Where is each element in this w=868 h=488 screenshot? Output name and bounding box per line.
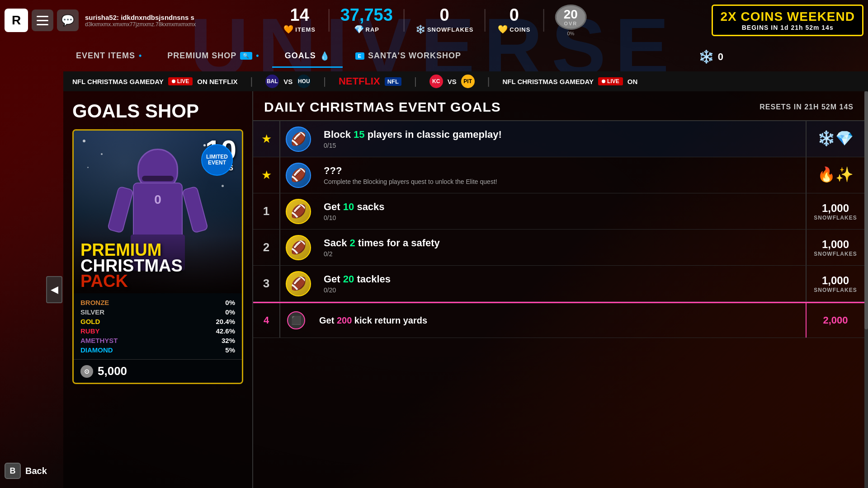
reward-snowflake-icon-1: ❄️💎 (817, 130, 854, 147)
ravens-logo: BAL (265, 75, 279, 88)
nav-tabs: EVENT ITEMS • PREMIUM SHOP 🔍 • GOALS 💧 E… (63, 45, 723, 68)
rarity-bronze-name: BRONZE (80, 299, 109, 306)
pack-price-value: 5,000 (98, 364, 127, 378)
snowflakes-label: SNOWFLAKES (427, 26, 473, 33)
reward-fire-icon: 🔥✨ (817, 166, 854, 183)
stat-divider-3 (484, 9, 485, 32)
roblox-logo[interactable]: R (5, 9, 28, 32)
goal-reward-2: 🔥✨ (806, 157, 864, 193)
rarity-bronze-pct: 0% (225, 299, 235, 306)
nfl-logo: NFL (385, 77, 401, 86)
arrow-left-icon: ◀ (51, 284, 58, 296)
ticker-divider-3: | (410, 75, 420, 87)
goal-item-4[interactable]: 4 ⬛ Get 200 kick return yards 2,000 (253, 302, 864, 338)
username: surisha52: idkdnxndbsjsndnsns s (85, 14, 196, 21)
stat-divider-2 (404, 9, 405, 32)
nav-arrow-left[interactable]: ◀ (46, 276, 62, 303)
goal-item-star-1[interactable]: ★ 🏈 Block 15 players in classic gameplay… (253, 121, 864, 157)
items-stat: 14 🧡 ITEMS (282, 6, 318, 34)
coins-banner-subtitle: BEGINS IN 1d 21h 52m 14s (720, 24, 855, 31)
goals-shop-title: GOALS SHOP (72, 100, 243, 122)
back-label: Back (25, 466, 47, 476)
goal-item-star-2[interactable]: ★ 🏈 ??? Complete the Blocking players qu… (253, 157, 864, 193)
pack-card[interactable]: 10 ITEMS (72, 129, 243, 384)
goal-progress-num-2: 0/2 (324, 250, 798, 258)
tab-premium-shop[interactable]: PREMIUM SHOP 🔍 • (155, 45, 272, 68)
rarity-amethyst-name: AMETHYST (80, 337, 118, 344)
pack-name-premium: PREMIUM (80, 242, 235, 258)
pack-image-area: 0 LIMITEDEVENT (74, 131, 242, 293)
goal-star-2: ★ (253, 157, 280, 193)
coins-icon: 💛 (498, 24, 508, 34)
back-button[interactable]: B Back (5, 463, 47, 479)
texans-logo: HOU (297, 75, 311, 88)
ticker-divider-2: | (320, 75, 330, 87)
goal-star-1: ★ (253, 121, 280, 157)
goal-helmet-num-4: ⬛ (280, 303, 312, 338)
live-badge-2: LIVE (598, 77, 623, 85)
goal-reward-num-3: 1,000 SNOWFLAKES (806, 266, 864, 301)
goal-number-4: 4 (253, 303, 280, 338)
steelers-logo: PIT (461, 75, 475, 88)
goal-reward-num-4: 2,000 (806, 303, 864, 338)
menu-button[interactable] (32, 9, 53, 31)
premium-shop-badge: 🔍 (240, 52, 252, 60)
tab-event-items[interactable]: EVENT ITEMS • (63, 45, 155, 68)
goal-reward-1: ❄️💎 (806, 121, 864, 157)
ticker-text-1: NFL CHRISTMAS GAMEDAY (72, 78, 164, 85)
goal-main-text-num-3: Get 20 tackles (324, 273, 798, 285)
snowflake-icon-nav: ❄️ (698, 49, 714, 64)
highlight-200: 200 (337, 315, 352, 325)
ticker-bar: NFL CHRISTMAS GAMEDAY LIVE ON NETFLIX | … (63, 71, 868, 91)
goal-main-text-num-4: Get 200 kick return yards (319, 315, 798, 326)
goal-item-3[interactable]: 3 🏈 Get 20 tackles 0/20 1,000 SNOWFLAKES (253, 266, 864, 302)
left-nav-arrow[interactable]: ◀ (45, 91, 63, 488)
goal-item-2[interactable]: 2 🏈 Sack 2 times for a safety 0/2 1,000 … (253, 230, 864, 266)
ovr-value: 20 (564, 8, 578, 21)
rarity-bronze: BRONZE 0% (80, 298, 235, 307)
ticker-divider-1: | (247, 75, 257, 87)
goals-badge: 💧 (320, 51, 330, 61)
goal-item-1[interactable]: 1 🏈 Get 10 sacks 0/10 1,000 SNOWFLAKES (253, 193, 864, 230)
tab-santas-workshop[interactable]: E SANTA'S WORKSHOP (343, 45, 474, 68)
vs-text-1: VS (283, 78, 292, 85)
ticker-divider-4: | (484, 75, 494, 87)
chat-button[interactable]: 💬 (57, 9, 79, 31)
hamburger-icon (37, 16, 48, 25)
rarity-diamond-pct: 5% (225, 346, 235, 354)
santas-e-badge: E (355, 52, 364, 60)
rarity-gold-pct: 20.4% (216, 318, 235, 325)
goal-text-area-num-1: Get 10 sacks 0/10 (316, 193, 806, 229)
coins-banner-title: 2X COINS WEEKEND (720, 9, 855, 24)
reward-value-3: 1,000 (822, 274, 849, 287)
goal-progress-1: 0/15 (324, 142, 798, 149)
rap-label: RAP (366, 26, 379, 33)
pack-price: ⊙ 5,000 (74, 359, 242, 383)
stat-divider-4 (543, 9, 544, 32)
ticker-network-1: ON NETFLIX (197, 78, 237, 85)
live-dot-1 (172, 80, 175, 83)
goal-text-area-num-3: Get 20 tackles 0/20 (316, 266, 806, 301)
nav-snowflake-count: ❄️ 0 (698, 49, 723, 64)
helmet-icon-2: 🏈 (291, 168, 307, 183)
star-icon-2: ★ (261, 168, 272, 182)
coins-value: 0 (509, 6, 519, 23)
user-info: surisha52: idkdnxndbsjsndnsns s d3kxmxmx… (85, 14, 196, 28)
rap-stat: 37,753 💎 RAP (340, 6, 393, 34)
goal-text-area-2: ??? Complete the Blocking players quest … (316, 157, 806, 193)
rarity-ruby-pct: 42.6% (216, 327, 235, 335)
ovr-label: OVR (564, 21, 577, 26)
player-torso: 0 (133, 183, 183, 241)
scrollbar[interactable] (864, 91, 868, 488)
goals-shop-panel: GOALS SHOP 10 ITEMS (63, 91, 253, 488)
goals-list: ★ 🏈 Block 15 players in classic gameplay… (253, 121, 864, 488)
tab-goals[interactable]: GOALS 💧 (272, 45, 343, 68)
pack-name-pack: PACK (80, 273, 235, 289)
goal-number-2: 2 (253, 230, 280, 265)
rarity-diamond-name: DIAMOND (80, 346, 113, 354)
rarity-diamond: DIAMOND 5% (80, 345, 235, 355)
reward-label-1: SNOWFLAKES (814, 215, 857, 221)
highlight-20: 20 (343, 273, 354, 285)
snowflakes-value: 0 (440, 6, 449, 23)
star-icon-1: ★ (261, 132, 272, 146)
